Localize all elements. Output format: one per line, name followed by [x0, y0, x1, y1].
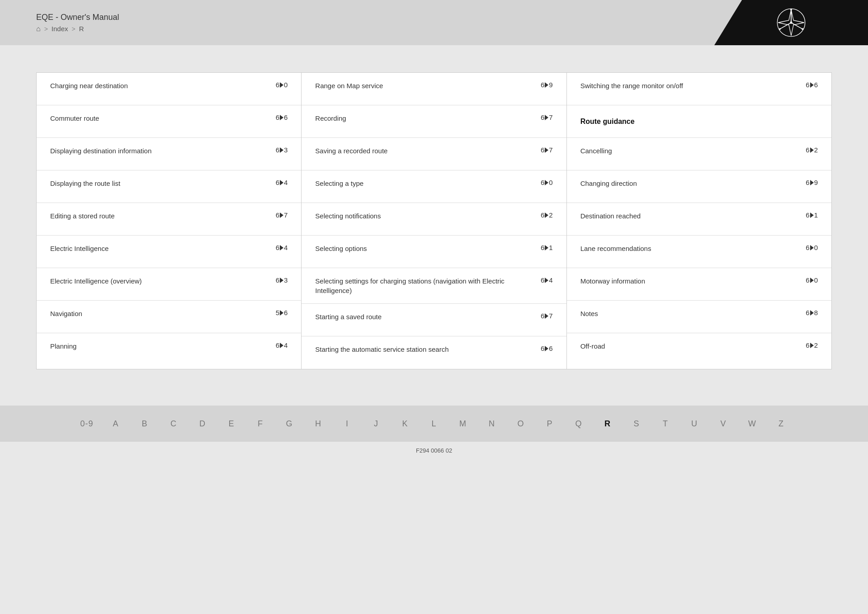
- page-number: 67: [541, 146, 553, 154]
- alpha-item-e[interactable]: E: [217, 406, 246, 442]
- alpha-item-c[interactable]: C: [159, 406, 188, 442]
- svg-point-10: [779, 28, 781, 30]
- index-label: Switching the range monitor on/off: [580, 81, 806, 90]
- alpha-item-z[interactable]: Z: [767, 406, 796, 442]
- index-row[interactable]: Selecting a type60: [302, 170, 566, 203]
- section-header-label: Route guidance: [580, 118, 635, 126]
- alpha-item-b[interactable]: B: [130, 406, 159, 442]
- index-row[interactable]: Displaying the route list64: [37, 170, 301, 203]
- index-row[interactable]: Motorway information60: [567, 268, 831, 301]
- alpha-item-h[interactable]: H: [304, 406, 333, 442]
- alpha-item-l[interactable]: L: [420, 406, 448, 442]
- alpha-item-m[interactable]: M: [448, 406, 477, 442]
- index-label: Electric Intelligence: [50, 244, 276, 253]
- index-label: Saving a recorded route: [315, 146, 541, 156]
- index-label: Editing a stored route: [50, 211, 276, 221]
- alpha-item-t[interactable]: T: [651, 406, 680, 442]
- alpha-item-n[interactable]: N: [477, 406, 506, 442]
- index-row[interactable]: Saving a recorded route67: [302, 138, 566, 170]
- index-row[interactable]: Selecting notifications62: [302, 203, 566, 236]
- arrow-icon: [545, 346, 548, 351]
- arrow-icon: [810, 180, 814, 185]
- index-label: Motorway information: [580, 276, 806, 286]
- index-row[interactable]: Cancelling62: [567, 138, 831, 170]
- index-label: Commuter route: [50, 113, 276, 123]
- alpha-item-f[interactable]: F: [246, 406, 275, 442]
- index-row[interactable]: Selecting options61: [302, 236, 566, 268]
- alpha-item-i[interactable]: I: [333, 406, 362, 442]
- svg-point-8: [790, 9, 792, 10]
- alpha-item-o[interactable]: O: [506, 406, 535, 442]
- page-number: 64: [276, 179, 288, 186]
- page-number: 63: [276, 146, 288, 154]
- index-label: Changing direction: [580, 179, 806, 188]
- alpha-item-v[interactable]: V: [709, 406, 738, 442]
- alpha-item-g[interactable]: G: [275, 406, 304, 442]
- index-row[interactable]: Selecting settings for charging stations…: [302, 268, 566, 304]
- arrow-icon: [545, 313, 548, 319]
- index-row[interactable]: Commuter route66: [37, 105, 301, 138]
- arrow-icon: [810, 278, 814, 283]
- index-row[interactable]: Starting a saved route67: [302, 304, 566, 336]
- page-number: 60: [276, 81, 288, 89]
- arrow-icon: [810, 213, 814, 218]
- arrow-icon: [545, 115, 548, 120]
- index-row[interactable]: Electric Intelligence (overview)63: [37, 268, 301, 301]
- alpha-item-s[interactable]: S: [622, 406, 651, 442]
- alpha-item-u[interactable]: U: [680, 406, 709, 442]
- main-content: Charging near destination60Commuter rout…: [0, 45, 868, 387]
- breadcrumb-sep-2: >: [72, 25, 75, 33]
- page-number: 61: [541, 244, 553, 251]
- arrow-icon: [545, 180, 548, 185]
- index-row[interactable]: Displaying destination information63: [37, 138, 301, 170]
- index-label: Navigation: [50, 309, 276, 318]
- index-label: Starting a saved route: [315, 312, 541, 321]
- breadcrumb-index[interactable]: Index: [52, 25, 68, 33]
- alpha-item-0-9[interactable]: 0-9: [72, 406, 101, 442]
- index-label: Off-road: [580, 341, 806, 351]
- index-label: Selecting settings for charging stations…: [315, 276, 541, 295]
- arrow-icon: [810, 310, 814, 316]
- home-icon[interactable]: ⌂: [36, 25, 41, 33]
- alpha-item-q[interactable]: Q: [564, 406, 593, 442]
- page-number: 60: [541, 179, 553, 186]
- index-label: Notes: [580, 309, 806, 318]
- alpha-item-k[interactable]: K: [391, 406, 420, 442]
- index-label: Planning: [50, 341, 276, 351]
- arrow-icon: [280, 213, 283, 218]
- index-label: Cancelling: [580, 146, 806, 156]
- index-row[interactable]: Starting the automatic service station s…: [302, 336, 566, 369]
- index-row[interactable]: Electric Intelligence64: [37, 236, 301, 268]
- arrow-icon: [280, 115, 283, 120]
- alpha-item-p[interactable]: P: [535, 406, 564, 442]
- index-label: Charging near destination: [50, 81, 276, 90]
- index-row[interactable]: Off-road62: [567, 333, 831, 366]
- column-2: Range on Map service69Recording67Saving …: [302, 73, 566, 369]
- alpha-item-j[interactable]: J: [362, 406, 391, 442]
- index-row[interactable]: Recording67: [302, 105, 566, 138]
- alpha-item-a[interactable]: A: [101, 406, 130, 442]
- index-row[interactable]: Range on Map service69: [302, 73, 566, 105]
- index-row[interactable]: Editing a stored route67: [37, 203, 301, 236]
- page-number: 62: [806, 341, 818, 349]
- index-row[interactable]: Switching the range monitor on/off66: [567, 73, 831, 105]
- alpha-item-w[interactable]: W: [738, 406, 767, 442]
- index-row[interactable]: Lane recommendations60: [567, 236, 831, 268]
- page-number: 62: [806, 146, 818, 154]
- page-number: 64: [541, 276, 553, 284]
- index-label: Selecting a type: [315, 179, 541, 188]
- index-row[interactable]: Destination reached61: [567, 203, 831, 236]
- column-1: Charging near destination60Commuter rout…: [37, 73, 302, 369]
- index-row[interactable]: Charging near destination60: [37, 73, 301, 105]
- alpha-item-d[interactable]: D: [188, 406, 217, 442]
- index-row[interactable]: Navigation56: [37, 301, 301, 333]
- index-label: Destination reached: [580, 211, 806, 221]
- index-row[interactable]: Notes68: [567, 301, 831, 333]
- index-row[interactable]: Changing direction69: [567, 170, 831, 203]
- index-row[interactable]: Planning64: [37, 333, 301, 366]
- index-label: Lane recommendations: [580, 244, 806, 253]
- alpha-item-r[interactable]: R: [593, 406, 622, 442]
- mercedes-logo: [777, 8, 806, 37]
- arrow-icon: [280, 82, 283, 88]
- breadcrumb-r[interactable]: R: [79, 25, 84, 33]
